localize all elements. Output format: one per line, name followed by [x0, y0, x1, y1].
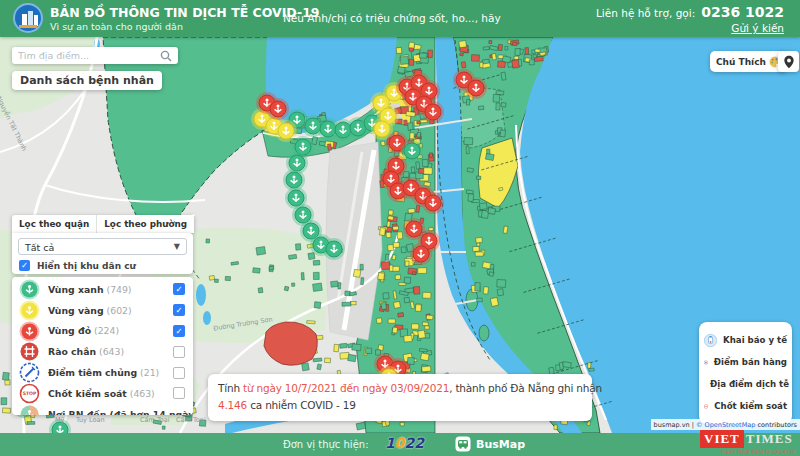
attribution-site-link[interactable]: busmap.vn [654, 421, 690, 429]
red-zone-icon [19, 321, 40, 342]
cluster-marker[interactable] [422, 101, 444, 123]
search-placeholder: Tìm địa điểm... [18, 50, 160, 61]
checkpoint-stop-icon: STOP [704, 397, 708, 416]
patient-list-button[interactable]: Danh sách bệnh nhân [12, 71, 162, 90]
stop-icon: STOP [19, 383, 40, 404]
filter-panel: Tất cả▼ ✓ Hiển thị khu dân cư [12, 233, 193, 274]
road-label: Mỹ [55, 416, 64, 424]
legend-row-checkpoint[interactable]: STOP Chốt kiểm soát(463) [12, 383, 193, 404]
tab-filter-ward[interactable]: Lọc theo phường [97, 215, 194, 233]
search-input[interactable]: Tìm địa điểm... [12, 47, 178, 64]
map-legend-button[interactable]: Chú Thích [710, 51, 787, 72]
location-pin-icon [783, 55, 795, 69]
cluster-marker[interactable] [323, 238, 345, 260]
footer-bar: Đơn vị thực hiện: 1022 BusMap [0, 433, 800, 456]
road-label: Cẩm Toại [140, 416, 170, 424]
cluster-marker[interactable] [410, 243, 432, 265]
district-select[interactable]: Tất cả▼ [18, 238, 187, 255]
support-contact: Liên hệ hỗ trợ, gọi: 0236 1022 [596, 4, 784, 20]
svg-text:STOP: STOP [23, 391, 37, 396]
busmap-logo: BusMap [455, 436, 525, 452]
menu-item-checkpoint[interactable]: STOP Chốt kiểm soát [704, 395, 787, 417]
legend-row-green-zone[interactable]: Vùng xanh(749) ✓ [12, 279, 193, 300]
vaccination-icon [19, 362, 40, 383]
legend-row-vaccination[interactable]: Điểm tiêm chủng(21) [12, 362, 193, 383]
locate-button[interactable] [778, 51, 799, 72]
residential-checkbox[interactable]: ✓ [19, 260, 30, 271]
menu-item-medical-declaration[interactable]: Khai báo y tế [704, 329, 787, 351]
header-bar: BẢN ĐỒ THÔNG TIN DỊCH TỄ COVID-19 Vì sự … [0, 0, 800, 37]
map-attribution: busmap.vn | © OpenStreetMap contributors [651, 419, 800, 430]
feedback-link[interactable]: Gửi ý kiến [731, 22, 784, 34]
residential-label: Hiển thị khu dân cư [37, 261, 136, 271]
legend-checkbox[interactable] [173, 367, 185, 379]
cluster-marker[interactable] [267, 98, 289, 120]
green-zone-icon [19, 279, 40, 300]
page-subtitle: Vì sự an toàn cho người dân [50, 21, 183, 32]
legend-row-red-zone[interactable]: Vùng đỏ(224) ✓ [12, 321, 193, 342]
road-label: Tuy Loan [76, 416, 105, 424]
legend-checkbox[interactable]: ✓ [173, 325, 185, 337]
logo-1022: 1022 [385, 435, 424, 451]
app-logo [13, 3, 43, 33]
quick-menu: Khai báo y tế Điểm bán hàng Địa điểm dịc… [699, 322, 792, 424]
road-label: Cẩm Toại [176, 416, 206, 424]
barrier-icon [19, 341, 40, 362]
medical-declaration-icon [704, 331, 717, 350]
legend-row-visited[interactable]: Nơi BN đến (đã hơn 14 ngày)(306) [12, 404, 193, 415]
chevron-down-icon: ▼ [174, 242, 180, 251]
legend-checkbox[interactable]: ✓ [173, 283, 185, 295]
cluster-marker[interactable] [401, 140, 423, 162]
legend-row-yellow-zone[interactable]: Vùng vàng(602) ✓ [12, 300, 193, 321]
residential-checkbox-row[interactable]: ✓ Hiển thị khu dân cư [19, 260, 136, 271]
cluster-marker[interactable] [422, 192, 444, 214]
page-title: BẢN ĐỒ THÔNG TIN DỊCH TỄ COVID-19 [50, 5, 320, 20]
cluster-marker[interactable] [275, 120, 297, 142]
menu-item-store[interactable]: Điểm bán hàng [704, 351, 787, 373]
search-icon[interactable] [160, 50, 172, 62]
visited-icon [19, 404, 40, 415]
footer-credit-label: Đơn vị thực hiện: [283, 439, 369, 450]
statistics-info-box: Tính từ ngày 10/7/2021 đến ngày 03/09/20… [208, 374, 592, 421]
tab-filter-district[interactable]: Lọc theo quận [12, 215, 97, 233]
header-notice: Nếu Anh/chị có triệu chứng sốt, ho..., h… [283, 12, 501, 24]
legend-panel: Vùng xanh(749) ✓ Vùng vàng(602) ✓ Vùng đ… [12, 277, 193, 415]
legend-checkbox[interactable]: ✓ [173, 304, 185, 316]
legend-checkbox[interactable] [173, 387, 185, 399]
legend-row-barrier[interactable]: Rào chắn(643) [12, 341, 193, 362]
viettimes-logo: VIETTIMES Truyền thông trong kỷ nguyên s… [700, 430, 795, 454]
store-icon [704, 353, 708, 372]
district-select-value: Tất cả [25, 242, 54, 253]
legend-checkbox[interactable] [173, 346, 185, 358]
attribution-osm-link[interactable]: © OpenStreetMap [696, 421, 755, 429]
bus-icon [455, 436, 471, 452]
filter-tabs: Lọc theo quận Lọc theo phường [12, 215, 194, 233]
cluster-marker[interactable] [465, 77, 487, 99]
yellow-zone-icon [19, 300, 40, 321]
menu-item-epidemic-location[interactable]: Địa điểm dịch tễ [704, 373, 787, 395]
